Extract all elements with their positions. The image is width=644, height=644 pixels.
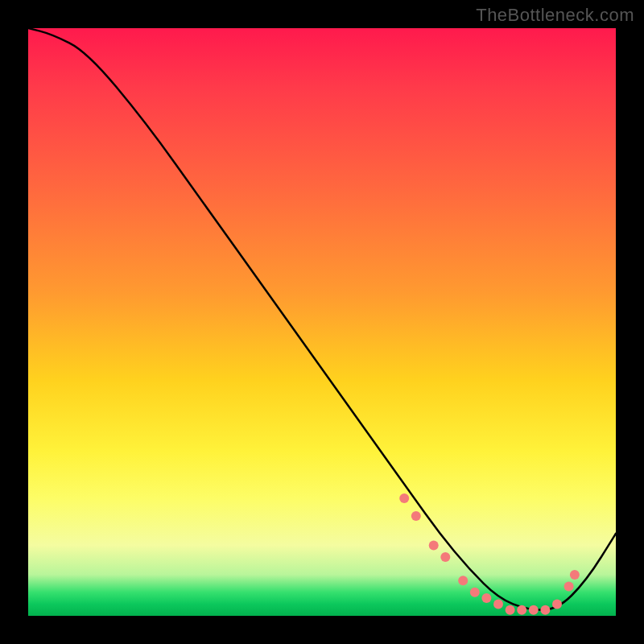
chart-frame: TheBottleneck.com — [0, 0, 644, 644]
marker-dot — [564, 582, 574, 592]
marker-group — [399, 493, 580, 615]
marker-dot — [570, 570, 580, 580]
plot-area — [28, 28, 616, 616]
watermark-text: TheBottleneck.com — [476, 5, 634, 26]
marker-dot — [399, 493, 409, 503]
marker-dot — [493, 599, 503, 609]
marker-dot — [440, 552, 450, 562]
marker-dot — [517, 605, 526, 615]
marker-dot — [529, 605, 539, 615]
chart-svg — [28, 28, 616, 616]
marker-dot — [506, 605, 515, 615]
bottleneck-curve — [28, 28, 616, 610]
marker-dot — [481, 593, 491, 603]
marker-dot — [458, 576, 468, 585]
marker-dot — [411, 511, 421, 521]
marker-dot — [552, 599, 562, 609]
marker-dot — [470, 588, 480, 597]
marker-dot — [540, 605, 550, 615]
marker-dot — [429, 540, 439, 550]
